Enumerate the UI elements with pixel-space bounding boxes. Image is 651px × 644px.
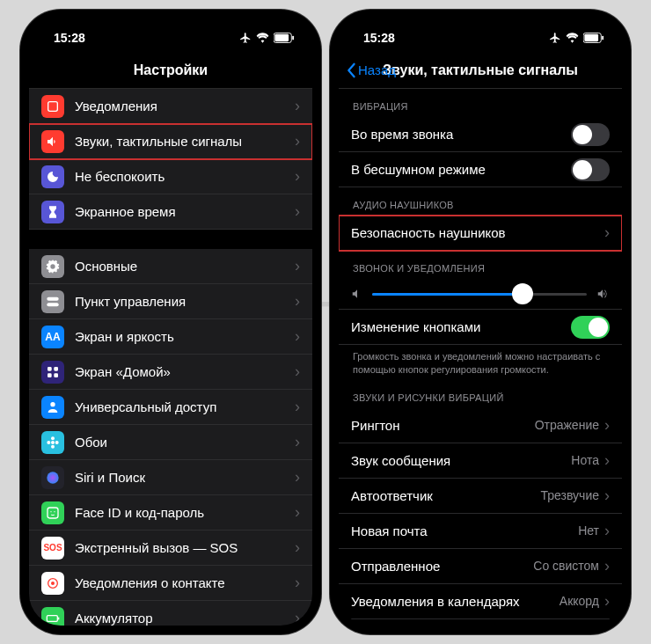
screen-left: 15:28 Настройки Уведомления › Звуки, так… <box>29 18 312 626</box>
status-icons <box>239 32 295 44</box>
svg-rect-22 <box>47 615 57 621</box>
toggle-switch[interactable] <box>571 123 610 146</box>
row-icon <box>41 130 64 153</box>
nav-row[interactable]: Уведомления в календарях Аккорд › <box>339 584 622 619</box>
row-icon <box>41 255 64 278</box>
nav-row[interactable]: Рингтон Отражение › <box>339 408 622 443</box>
toggle-switch[interactable] <box>571 316 610 339</box>
chevron-right-icon: › <box>295 433 300 451</box>
nav-row[interactable]: Уведомления Аккорд › <box>339 619 622 626</box>
nav-row[interactable]: Автоответчик Трезвучие › <box>339 479 622 514</box>
airplane-icon <box>239 32 252 44</box>
row-label: Универсальный доступ <box>75 399 295 414</box>
svg-rect-8 <box>48 373 52 377</box>
row-label: Обои <box>75 435 295 450</box>
row-label: Экран и яркость <box>75 329 295 344</box>
svg-point-13 <box>51 444 55 448</box>
row-value: Трезвучие <box>541 488 599 502</box>
svg-point-14 <box>47 441 50 444</box>
settings-row[interactable]: Универсальный доступ › <box>29 390 312 425</box>
settings-list[interactable]: Уведомления › Звуки, тактильные сигналы … <box>29 89 312 626</box>
row-label: Автоответчик <box>351 488 541 503</box>
row-label: Изменение кнопками <box>351 319 571 334</box>
settings-row[interactable]: SOS Экстренный вызов — SOS › <box>29 531 312 566</box>
chevron-right-icon: › <box>295 538 300 557</box>
row-value: Отражение <box>535 418 599 432</box>
row-label: Рингтон <box>351 418 535 433</box>
chevron-right-icon: › <box>295 503 300 522</box>
chevron-right-icon: › <box>295 574 300 592</box>
row-icon <box>41 290 64 313</box>
row-icon <box>41 466 64 489</box>
nav-row[interactable]: Безопасность наушников › <box>339 216 622 251</box>
row-label: Аккумулятор <box>75 611 295 626</box>
row-icon <box>41 165 64 188</box>
row-icon <box>41 95 64 118</box>
settings-row[interactable]: Звуки, тактильные сигналы › <box>29 124 312 159</box>
svg-rect-7 <box>54 367 58 371</box>
nav-row[interactable]: Звук сообщения Нота › <box>339 443 622 479</box>
nav-row[interactable]: Отправленное Со свистом › <box>339 549 622 584</box>
row-label: Siri и Поиск <box>75 470 295 485</box>
svg-rect-6 <box>48 367 52 371</box>
settings-row[interactable]: Аккумулятор › <box>29 601 312 626</box>
phone-right: 15:28 Назад Звуки, тактильные сигналы ВИ… <box>330 10 631 634</box>
svg-point-21 <box>51 582 55 585</box>
chevron-right-icon: › <box>295 609 300 626</box>
row-value: Аккорд <box>560 594 599 608</box>
phone-left: 15:28 Настройки Уведомления › Звуки, так… <box>20 10 321 634</box>
settings-row[interactable]: Экран «Домой» › <box>29 355 312 390</box>
toggle-row: В бесшумном режиме <box>339 152 622 187</box>
chevron-right-icon: › <box>604 451 610 470</box>
row-value: Нет <box>578 523 599 538</box>
chevron-right-icon: › <box>295 362 300 381</box>
navbar-right: Назад Звуки, тактильные сигналы <box>339 52 622 89</box>
row-value: Нота <box>571 453 599 467</box>
clock: 15:28 <box>363 31 395 45</box>
section-header: АУДИО НАУШНИКОВ <box>339 187 622 216</box>
sounds-list[interactable]: ВИБРАЦИЯВо время звонка В бесшумном режи… <box>339 89 622 626</box>
back-button[interactable]: Назад <box>346 62 396 78</box>
volume-slider[interactable] <box>372 293 587 296</box>
row-icon <box>41 396 64 419</box>
row-label: Уведомления в календарях <box>351 594 560 609</box>
row-label: Безопасность наушников <box>351 225 604 240</box>
screen-right: 15:28 Назад Звуки, тактильные сигналы ВИ… <box>339 18 622 626</box>
svg-rect-2 <box>292 36 294 40</box>
settings-row[interactable]: Экранное время › <box>29 194 312 230</box>
row-label: Не беспокоить <box>75 169 295 184</box>
chevron-right-icon: › <box>604 487 610 505</box>
row-icon <box>41 201 64 223</box>
settings-row[interactable]: Siri и Поиск › <box>29 460 312 495</box>
chevron-right-icon: › <box>604 557 610 575</box>
toggle-switch[interactable] <box>571 158 610 181</box>
settings-row[interactable]: Face ID и код-пароль › <box>29 495 312 531</box>
volume-slider-row <box>339 279 622 310</box>
svg-point-11 <box>51 441 55 444</box>
section-header: ЗВУКИ И РИСУНКИ ВИБРАЦИЙ <box>339 380 622 408</box>
chevron-right-icon: › <box>295 257 300 275</box>
settings-row[interactable]: Основные › <box>29 249 312 284</box>
chevron-right-icon: › <box>604 522 610 540</box>
settings-row[interactable]: Обои › <box>29 425 312 460</box>
svg-point-10 <box>50 402 55 406</box>
settings-row[interactable]: Уведомления › <box>29 89 312 124</box>
wifi-icon <box>566 33 579 43</box>
section-footer: Громкость звонка и уведомлений можно нас… <box>339 345 622 380</box>
volume-low-icon <box>351 288 363 300</box>
svg-point-15 <box>55 441 59 444</box>
row-label: Уведомления о контакте <box>75 575 295 590</box>
row-label: Face ID и код-пароль <box>75 505 295 520</box>
row-icon <box>41 572 64 595</box>
settings-row[interactable]: AA Экран и яркость › <box>29 319 312 355</box>
row-value: Со свистом <box>533 559 599 573</box>
notch <box>105 10 237 33</box>
settings-row[interactable]: Пункт управления › <box>29 284 312 319</box>
nav-row[interactable]: Новая почта Нет › <box>339 514 622 549</box>
chevron-right-icon: › <box>604 592 610 611</box>
chevron-right-icon: › <box>604 416 610 435</box>
svg-rect-4 <box>47 296 58 300</box>
settings-row[interactable]: Уведомления о контакте › <box>29 566 312 601</box>
settings-row[interactable]: Не беспокоить › <box>29 159 312 194</box>
page-title: Настройки <box>134 62 208 78</box>
